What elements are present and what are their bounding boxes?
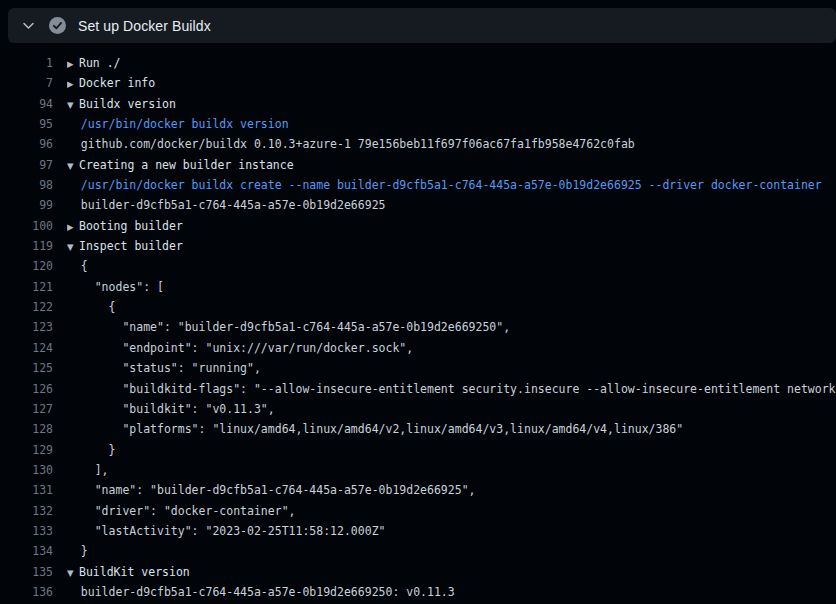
log-line: 122 {: [0, 297, 836, 317]
line-body: "nodes": [: [67, 277, 164, 297]
line-text: builder-d9cfb5a1-c764-445a-a57e-0b19d2e6…: [67, 585, 455, 599]
log-lines: 1 ▶Run ./ 7 ▶Docker info 94 ▼Buildx vers…: [0, 43, 836, 602]
line-number[interactable]: 121: [0, 277, 53, 297]
log-line: 126 "buildkitd-flags": "--allow-insecure…: [0, 379, 836, 399]
log-line: 96 github.com/docker/buildx 0.10.3+azure…: [0, 134, 836, 154]
line-number[interactable]: 136: [0, 582, 53, 602]
line-text: "nodes": [: [67, 280, 164, 294]
line-text: "buildkit": "v0.11.3",: [67, 402, 275, 416]
step-header[interactable]: Set up Docker Buildx: [8, 8, 836, 43]
line-body: "status": "running",: [67, 358, 261, 378]
line-body: {: [67, 256, 88, 276]
line-number[interactable]: 98: [0, 175, 53, 195]
line-number[interactable]: 129: [0, 440, 53, 460]
line-text: Creating a new builder instance: [79, 158, 294, 172]
line-text: Docker info: [79, 76, 155, 90]
step-title: Set up Docker Buildx: [78, 18, 211, 34]
line-number[interactable]: 126: [0, 379, 53, 399]
line-body: ▼Inspect builder: [67, 236, 183, 257]
line-body: ▶Run ./: [67, 53, 121, 74]
line-body: /usr/bin/docker buildx create --name bui…: [67, 175, 822, 195]
line-text: {: [67, 259, 88, 273]
group-toggle-icon[interactable]: ▶: [67, 74, 79, 94]
line-text: Inspect builder: [79, 239, 183, 253]
line-number[interactable]: 122: [0, 297, 53, 317]
line-number[interactable]: 127: [0, 399, 53, 419]
line-text: Booting builder: [79, 219, 183, 233]
log-line: 128 "platforms": "linux/amd64,linux/amd6…: [0, 419, 836, 439]
line-text: ],: [67, 463, 109, 477]
line-number[interactable]: 135: [0, 562, 53, 582]
line-text: "status": "running",: [67, 361, 261, 375]
line-text: builder-d9cfb5a1-c764-445a-a57e-0b19d2e6…: [67, 198, 386, 212]
line-number[interactable]: 100: [0, 216, 53, 236]
line-number[interactable]: 119: [0, 236, 53, 256]
line-body: }: [67, 541, 88, 561]
line-number[interactable]: 128: [0, 419, 53, 439]
log-line: 127 "buildkit": "v0.11.3",: [0, 399, 836, 419]
line-body: "lastActivity": "2023-02-25T11:58:12.000…: [67, 521, 386, 541]
line-text: "name": "builder-d9cfb5a1-c764-445a-a57e…: [67, 483, 476, 497]
group-toggle-icon[interactable]: ▶: [67, 54, 79, 74]
group-toggle-icon[interactable]: ▼: [67, 237, 79, 257]
line-body: ▼BuildKit version: [67, 562, 190, 583]
line-number[interactable]: 131: [0, 480, 53, 500]
log-line: 99 builder-d9cfb5a1-c764-445a-a57e-0b19d…: [0, 195, 836, 215]
line-body: {: [67, 297, 115, 317]
line-body: ],: [67, 460, 109, 480]
log-line: 95 /usr/bin/docker buildx version: [0, 114, 836, 134]
log-line: 125 "status": "running",: [0, 358, 836, 378]
log-line[interactable]: 97 ▼Creating a new builder instance: [0, 155, 836, 175]
line-text: github.com/docker/buildx 0.10.3+azure-1 …: [67, 137, 635, 151]
chevron-down-icon[interactable]: [21, 18, 36, 33]
line-text: BuildKit version: [79, 565, 190, 579]
line-body: ▶Booting builder: [67, 216, 183, 237]
log-line[interactable]: 7 ▶Docker info: [0, 73, 836, 93]
line-number[interactable]: 132: [0, 501, 53, 521]
line-body: "endpoint": "unix:///var/run/docker.sock…: [67, 338, 413, 358]
line-body: "buildkit": "v0.11.3",: [67, 399, 275, 419]
line-text: "name": "builder-d9cfb5a1-c764-445a-a57e…: [67, 320, 510, 334]
log-line: 132 "driver": "docker-container",: [0, 501, 836, 521]
line-number[interactable]: 94: [0, 94, 53, 114]
line-text: "platforms": "linux/amd64,linux/amd64/v2…: [67, 422, 683, 436]
line-body: builder-d9cfb5a1-c764-445a-a57e-0b19d2e6…: [67, 195, 386, 215]
log-line[interactable]: 135 ▼BuildKit version: [0, 562, 836, 582]
log-line: 124 "endpoint": "unix:///var/run/docker.…: [0, 338, 836, 358]
log-line: 123 "name": "builder-d9cfb5a1-c764-445a-…: [0, 317, 836, 337]
line-number[interactable]: 123: [0, 317, 53, 337]
log-line[interactable]: 100 ▶Booting builder: [0, 216, 836, 236]
log-line: 98 /usr/bin/docker buildx create --name …: [0, 175, 836, 195]
line-text: /usr/bin/docker buildx create --name bui…: [67, 178, 822, 192]
line-body: "name": "builder-d9cfb5a1-c764-445a-a57e…: [67, 480, 476, 500]
line-number[interactable]: 7: [0, 73, 53, 93]
group-toggle-icon[interactable]: ▼: [67, 156, 79, 176]
line-number[interactable]: 124: [0, 338, 53, 358]
line-number[interactable]: 96: [0, 134, 53, 154]
line-number[interactable]: 97: [0, 155, 53, 175]
group-toggle-icon[interactable]: ▶: [67, 217, 79, 237]
line-text: /usr/bin/docker buildx version: [67, 117, 289, 131]
log-line: 134 }: [0, 541, 836, 561]
line-number[interactable]: 133: [0, 521, 53, 541]
log-line[interactable]: 1 ▶Run ./: [0, 53, 836, 73]
line-number[interactable]: 134: [0, 541, 53, 561]
line-number[interactable]: 95: [0, 114, 53, 134]
group-toggle-icon[interactable]: ▼: [67, 95, 79, 115]
line-number[interactable]: 125: [0, 358, 53, 378]
log-line: 131 "name": "builder-d9cfb5a1-c764-445a-…: [0, 480, 836, 500]
log-line: 129 }: [0, 440, 836, 460]
line-body: "name": "builder-d9cfb5a1-c764-445a-a57e…: [67, 317, 510, 337]
log-line: 130 ],: [0, 460, 836, 480]
line-number[interactable]: 120: [0, 256, 53, 276]
log-line[interactable]: 119 ▼Inspect builder: [0, 236, 836, 256]
line-text: }: [67, 443, 115, 457]
line-number[interactable]: 1: [0, 53, 53, 73]
line-number[interactable]: 130: [0, 460, 53, 480]
log-line[interactable]: 94 ▼Buildx version: [0, 94, 836, 114]
line-body: ▼Creating a new builder instance: [67, 155, 294, 176]
line-body: ▶Docker info: [67, 73, 155, 94]
line-number[interactable]: 99: [0, 195, 53, 215]
group-toggle-icon[interactable]: ▼: [67, 563, 79, 583]
line-text: }: [67, 544, 88, 558]
